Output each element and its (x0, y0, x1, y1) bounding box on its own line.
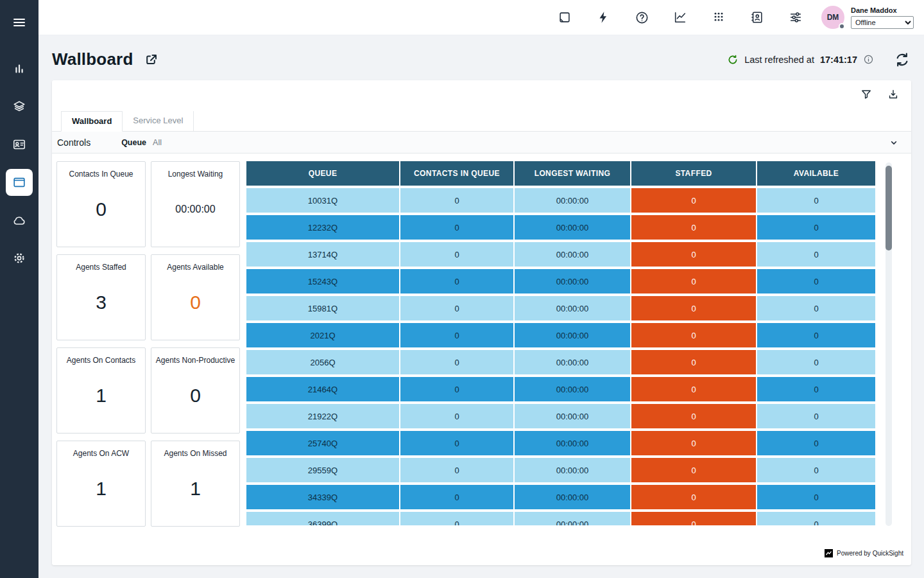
cell-contacts: 0 (400, 404, 513, 428)
sidebar-item-cloud[interactable] (6, 207, 33, 234)
preferences-button[interactable] (788, 10, 803, 25)
tab-wallboard[interactable]: Wallboard (61, 111, 123, 132)
kpi-value: 1 (96, 365, 107, 433)
bar-chart-icon (12, 62, 26, 76)
table-row: 12232Q000:00:0000 (246, 215, 875, 240)
wallboard-icon (12, 175, 26, 189)
kpi-label: Agents Staffed (72, 263, 130, 272)
controls-title: Controls (57, 137, 90, 148)
dialpad-button[interactable] (711, 10, 726, 25)
sidebar-item-analytics[interactable] (6, 55, 33, 82)
cell-available: 0 (757, 296, 875, 320)
cell-contacts: 0 (400, 323, 513, 347)
cell-staffed: 0 (631, 242, 756, 267)
kpi-label: Agents On ACW (69, 449, 133, 458)
menu-button[interactable] (6, 9, 33, 36)
filter-button[interactable] (859, 87, 874, 102)
status-dot (839, 23, 845, 30)
cell-contacts: 0 (400, 188, 513, 213)
cell-available: 0 (757, 323, 875, 347)
cell-longest: 00:00:00 (515, 188, 630, 213)
help-button[interactable] (634, 10, 649, 25)
table-row: 21464Q000:00:0000 (246, 377, 875, 401)
controls-collapse-button[interactable] (887, 136, 901, 150)
contact-card-icon (12, 137, 26, 152)
kpi-card: Agents On ACW1 (56, 441, 146, 527)
kpi-grid: Contacts In Queue0Longest Waiting00:00:0… (56, 161, 240, 527)
cell-staffed: 0 (631, 512, 756, 525)
kpi-value: 0 (190, 365, 201, 433)
column-header: STAFFED (631, 161, 756, 186)
content: Wallboard Last refreshed at 17:41:17 (38, 35, 924, 578)
cell-staffed: 0 (631, 458, 756, 482)
cell-longest: 00:00:00 (515, 377, 630, 401)
table-row: 13714Q000:00:0000 (246, 242, 875, 267)
refresh-info: Last refreshed at 17:41:17 (727, 54, 874, 66)
main-area: DM Dane Maddox Offline Wallboard (38, 0, 924, 578)
cell-available: 0 (757, 350, 875, 374)
notes-button[interactable] (557, 10, 572, 25)
cell-available: 0 (757, 215, 875, 240)
cell-queue: 15243Q (246, 269, 399, 293)
kpi-value: 1 (96, 458, 107, 526)
card-tools (859, 87, 901, 102)
dashboard: Contacts In Queue0Longest Waiting00:00:0… (52, 153, 911, 527)
hamburger-icon (12, 15, 27, 30)
table-row: 34339Q000:00:0000 (246, 485, 875, 509)
cell-longest: 00:00:00 (515, 269, 630, 293)
cell-longest: 00:00:00 (515, 458, 630, 482)
cell-staffed: 0 (631, 269, 756, 293)
refresh-button[interactable] (893, 51, 911, 69)
sidebar-item-settings[interactable] (6, 245, 33, 272)
cell-queue: 2021Q (246, 323, 399, 347)
table-scrollbar-thumb[interactable] (886, 166, 892, 250)
line-chart-icon (673, 10, 687, 24)
cell-staffed: 0 (631, 215, 756, 240)
cell-longest: 00:00:00 (515, 350, 630, 374)
kpi-label: Agents Non-Productive (152, 356, 239, 365)
tabs: Wallboard Service Level (52, 80, 911, 132)
metrics-button[interactable] (672, 10, 688, 25)
table-scrollbar[interactable] (886, 162, 892, 526)
cell-contacts: 0 (400, 242, 513, 267)
quicksight-logo-icon (825, 549, 833, 557)
controls-bar: Controls Queue All (52, 132, 911, 153)
address-book-button[interactable] (749, 10, 765, 25)
queue-filter-value[interactable]: All (153, 138, 162, 147)
external-link-icon (144, 52, 159, 67)
cell-available: 0 (757, 431, 875, 455)
sidebar-item-layers[interactable] (6, 93, 33, 120)
download-button[interactable] (886, 87, 901, 102)
kpi-card: Agents On Contacts1 (56, 347, 146, 434)
kpi-value: 3 (96, 272, 107, 340)
cell-queue: 34339Q (246, 485, 399, 509)
info-icon[interactable] (863, 54, 874, 65)
quick-actions-button[interactable] (595, 10, 611, 25)
sidebar-item-contacts[interactable] (6, 131, 33, 158)
cell-contacts: 0 (400, 431, 513, 455)
column-header: LONGEST WAITING (515, 161, 630, 186)
kpi-value: 0 (190, 272, 201, 340)
cell-available: 0 (757, 377, 875, 401)
dashboard-card: Wallboard Service Level Controls Queue A… (52, 80, 911, 565)
chevron-down-icon (887, 136, 900, 149)
kpi-label: Agents On Missed (160, 449, 230, 458)
sidebar-item-wallboard[interactable] (6, 169, 33, 196)
cell-staffed: 0 (631, 350, 756, 374)
cell-queue: 12232Q (246, 215, 399, 240)
cell-longest: 00:00:00 (515, 404, 630, 428)
kpi-label: Contacts In Queue (65, 170, 137, 179)
cell-staffed: 0 (631, 431, 756, 455)
avatar[interactable]: DM (821, 6, 844, 29)
queue-table-body: 10031Q000:00:000012232Q000:00:000013714Q… (246, 188, 875, 525)
kpi-label: Agents On Contacts (63, 356, 139, 365)
tab-service-level[interactable]: Service Level (123, 111, 194, 131)
filter-icon (860, 88, 873, 101)
cell-staffed: 0 (631, 188, 756, 213)
open-external-button[interactable] (143, 51, 160, 68)
cell-staffed: 0 (631, 485, 756, 509)
cell-staffed: 0 (631, 296, 756, 320)
status-select[interactable]: Offline (851, 16, 914, 29)
app: DM Dane Maddox Offline Wallboard (0, 0, 924, 578)
kpi-card: Agents Non-Productive0 (151, 347, 240, 434)
